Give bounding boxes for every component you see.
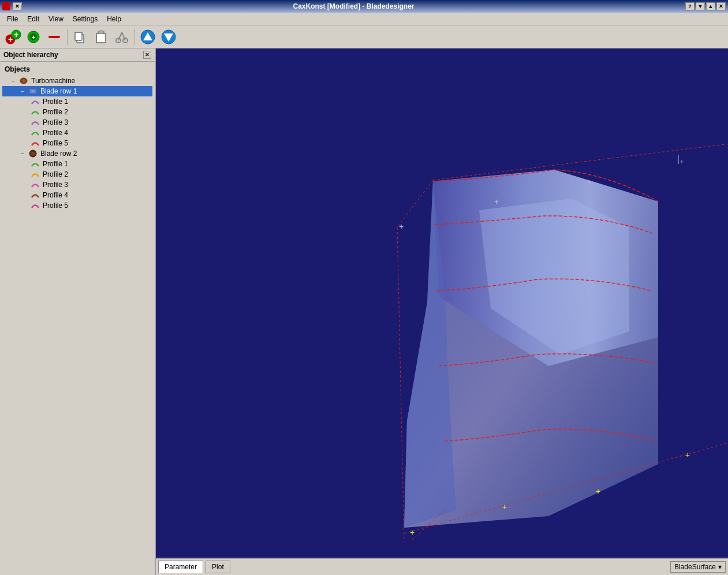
tree-profile-r2-5[interactable]: Profile 5 xyxy=(2,200,152,211)
tree-profile-r1-2[interactable]: Profile 2 xyxy=(2,107,152,117)
objects-label: Objects xyxy=(2,64,152,74)
paste-button[interactable] xyxy=(92,28,110,46)
turbomachine-icon xyxy=(18,77,29,85)
add-circle-button[interactable]: + xyxy=(24,28,43,46)
window-close-btn[interactable]: ✕ xyxy=(716,2,726,10)
tree-area: Objects − Turbomachine − xyxy=(0,62,155,575)
close-btn[interactable]: ✕ xyxy=(13,2,22,10)
app-icon xyxy=(2,2,10,10)
svg-point-24 xyxy=(32,90,34,92)
menu-edit[interactable]: Edit xyxy=(23,14,44,24)
profile-r1-2-icon xyxy=(30,108,40,116)
profile-r1-5-icon xyxy=(30,139,40,147)
remove-button[interactable] xyxy=(45,28,64,46)
sidebar-header: Object hierarchy ✕ xyxy=(0,48,155,62)
svg-text:+: + xyxy=(588,179,591,185)
scene-svg: + + + + + + + + + + xyxy=(156,48,728,558)
tree-blade-row-1[interactable]: − Blade row 1 xyxy=(2,86,152,96)
copy-button[interactable] xyxy=(71,28,89,46)
tree-profile-r1-4[interactable]: Profile 4 xyxy=(2,128,152,138)
titlebar: ✕ CaxKonst [Modified] - Bladedesigner ? … xyxy=(0,0,728,13)
help-btn[interactable]: ? xyxy=(685,2,695,10)
profile-r2-3-icon xyxy=(30,181,40,189)
titlebar-controls: ? ▼ ▲ ✕ xyxy=(685,2,726,10)
separator-2 xyxy=(135,29,135,45)
svg-text:+: + xyxy=(680,159,684,165)
cut-button[interactable] xyxy=(113,28,131,46)
tab-plot[interactable]: Plot xyxy=(206,561,230,573)
menubar: File Edit View Settings Help xyxy=(0,13,728,25)
blade-surface-label: BladeSurface xyxy=(674,563,716,571)
svg-text:+: + xyxy=(494,197,499,206)
tree-profile-r2-2[interactable]: Profile 2 xyxy=(2,169,152,180)
add-button[interactable]: + + xyxy=(3,28,22,46)
profile-r1-4-label: Profile 4 xyxy=(43,129,68,137)
move-up-button[interactable] xyxy=(139,28,157,46)
profile-r2-4-icon xyxy=(30,191,40,199)
tree-turbomachine[interactable]: − Turbomachine xyxy=(2,76,152,86)
svg-text:+: + xyxy=(14,30,18,39)
main-content: Object hierarchy ✕ Objects − Turbomachin… xyxy=(0,48,728,575)
svg-text:+: + xyxy=(31,33,35,42)
svg-rect-12 xyxy=(99,30,103,33)
profile-r1-3-icon xyxy=(30,118,40,126)
3d-viewport[interactable]: + + + + + + + + + + xyxy=(156,48,728,575)
profile-r2-2-icon xyxy=(30,170,40,178)
svg-text:+: + xyxy=(410,528,415,537)
profile-r1-4-icon xyxy=(30,129,40,137)
object-hierarchy-panel: Object hierarchy ✕ Objects − Turbomachin… xyxy=(0,48,156,575)
sidebar-title: Object hierarchy xyxy=(3,51,58,59)
maximize-btn[interactable]: ▲ xyxy=(706,2,715,10)
toolbar: + + + xyxy=(0,25,728,48)
profile-r2-1-icon xyxy=(30,160,40,168)
menu-file[interactable]: File xyxy=(2,14,23,24)
profile-r1-5-label: Profile 5 xyxy=(43,139,68,147)
sidebar-close-button[interactable]: ✕ xyxy=(143,51,151,59)
move-down-button[interactable] xyxy=(159,28,178,46)
svg-text:+: + xyxy=(685,450,690,460)
blade-row-2-label: Blade row 2 xyxy=(40,150,77,158)
blade-row-1-label: Blade row 1 xyxy=(40,87,77,95)
profile-r2-2-label: Profile 2 xyxy=(43,170,68,178)
profile-r2-1-label: Profile 1 xyxy=(43,160,68,168)
svg-rect-7 xyxy=(48,36,60,38)
profile-r2-4-label: Profile 4 xyxy=(43,191,68,199)
profile-r1-3-label: Profile 3 xyxy=(43,118,68,126)
tree-profile-r1-1[interactable]: Profile 1 xyxy=(2,96,152,107)
svg-point-22 xyxy=(22,79,25,83)
profile-r2-3-label: Profile 3 xyxy=(43,181,68,189)
profile-r1-1-icon xyxy=(30,98,40,106)
tree-profile-r2-4[interactable]: Profile 4 xyxy=(2,190,152,200)
profile-r2-5-label: Profile 5 xyxy=(43,201,68,210)
titlebar-left: ✕ xyxy=(2,2,22,10)
menu-settings[interactable]: Settings xyxy=(68,14,102,24)
svg-text:+: + xyxy=(502,502,507,511)
minimize-btn[interactable]: ▼ xyxy=(696,2,705,10)
profile-r1-1-label: Profile 1 xyxy=(43,98,68,106)
svg-point-26 xyxy=(31,152,35,155)
svg-text:+: + xyxy=(399,222,404,231)
viewport-bottom-bar: Parameter Plot BladeSurface ▾ xyxy=(156,558,728,575)
blade-surface-selector[interactable]: BladeSurface ▾ xyxy=(670,561,726,573)
tree-profile-r1-5[interactable]: Profile 5 xyxy=(2,138,152,148)
tab-parameter[interactable]: Parameter xyxy=(158,561,203,573)
blade-row-1-icon xyxy=(28,87,38,95)
profile-r1-2-label: Profile 2 xyxy=(43,108,68,116)
window-title: CaxKonst [Modified] - Bladedesigner xyxy=(22,2,685,10)
menu-view[interactable]: View xyxy=(44,14,68,24)
menu-help[interactable]: Help xyxy=(102,14,126,24)
svg-rect-9 xyxy=(75,32,82,40)
tree-profile-r2-1[interactable]: Profile 1 xyxy=(2,159,152,169)
svg-text:+: + xyxy=(596,487,600,496)
svg-rect-11 xyxy=(96,33,106,43)
turbomachine-label: Turbomachine xyxy=(31,77,75,85)
blade-surface-chevron: ▾ xyxy=(718,563,722,571)
separator-1 xyxy=(67,29,68,45)
profile-r2-5-icon xyxy=(30,201,40,210)
blade-row-2-icon xyxy=(28,150,38,158)
tree-blade-row-2[interactable]: − Blade row 2 xyxy=(2,148,152,159)
tree-profile-r1-3[interactable]: Profile 3 xyxy=(2,117,152,128)
viewport-canvas[interactable]: + + + + + + + + + + xyxy=(156,48,728,558)
tree-profile-r2-3[interactable]: Profile 3 xyxy=(2,180,152,190)
